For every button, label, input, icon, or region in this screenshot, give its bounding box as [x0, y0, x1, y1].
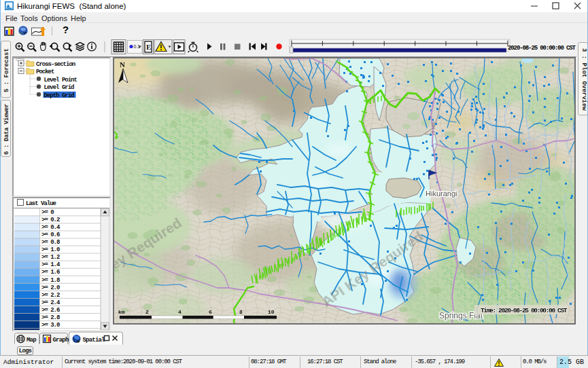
svg-text:Level Grid: Level Grid: [44, 84, 75, 91]
svg-text:>= 0.2: >= 0.2: [41, 217, 60, 223]
svg-text:>= 1.2: >= 1.2: [41, 254, 60, 261]
svg-text:2020-08-25 00:00:00 CST: 2020-08-25 00:00:00 CST: [508, 45, 576, 52]
svg-text:Level Point: Level Point: [44, 77, 77, 84]
svg-text:Spatial: Spatial: [83, 337, 106, 344]
svg-text:4: 4: [178, 309, 181, 315]
svg-text:E: E: [146, 43, 151, 51]
svg-text:>= 1.4: >= 1.4: [41, 261, 60, 268]
svg-text:>= 1.8: >= 1.8: [41, 277, 60, 284]
svg-text:>= 2.2: >= 2.2: [41, 292, 60, 299]
svg-text:>= 0.6: >= 0.6: [41, 232, 60, 238]
svg-text:2: 2: [145, 309, 149, 315]
svg-text:>= 1.0: >= 1.0: [41, 246, 60, 253]
svg-text:>= 2.8: >= 2.8: [41, 314, 60, 321]
svg-text:>= 1.6: >= 1.6: [41, 269, 60, 276]
svg-text:Depth Grid: Depth Grid: [44, 92, 75, 99]
svg-text:>= 0.8: >= 0.8: [41, 239, 60, 246]
svg-text:10: 10: [268, 309, 275, 315]
svg-text:Hikurangi: Hikurangi: [426, 189, 457, 198]
svg-text:6: 6: [209, 309, 212, 315]
svg-text:Map: Map: [27, 337, 36, 344]
svg-text:SH 1: SH 1: [430, 122, 436, 134]
svg-text:N: N: [120, 60, 125, 69]
svg-text:Pocket: Pocket: [36, 69, 54, 75]
svg-text:Time: 2020-08-25 00:00:00 CST: Time: 2020-08-25 00:00:00 CST: [481, 307, 568, 314]
svg-text:Last Value: Last Value: [26, 200, 56, 207]
svg-text:8: 8: [239, 309, 243, 315]
svg-text:>= 2.0: >= 2.0: [41, 284, 60, 291]
svg-text:Graph: Graph: [53, 337, 69, 344]
svg-text:km: km: [118, 309, 125, 315]
svg-text:>= 3.0: >= 3.0: [41, 322, 60, 329]
svg-text:Cross-section: Cross-section: [36, 61, 75, 68]
svg-text:>= 0: >= 0: [41, 209, 54, 216]
svg-text:>= 2.6: >= 2.6: [41, 307, 60, 314]
svg-text:>= 3.2: >= 3.2: [41, 329, 60, 330]
svg-text:>= 0.4: >= 0.4: [41, 224, 60, 231]
svg-text:>= 2.4: >= 2.4: [41, 299, 60, 306]
